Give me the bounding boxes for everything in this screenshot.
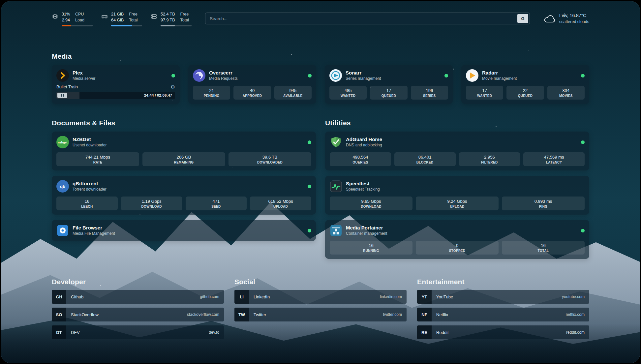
status-online-dot: [581, 229, 585, 232]
bookmark-youtube[interactable]: YT YouTube youtube.com: [417, 290, 589, 304]
bookmark-dev[interactable]: DT DEV dev.to: [52, 325, 224, 339]
bookmark-netflix[interactable]: NF Netflix netflix.com: [417, 308, 589, 321]
stat-box: 2,956 FILTERED: [459, 152, 520, 166]
radarr-card[interactable]: Radarr Movie management 17 WANTED 22 QUE…: [461, 65, 589, 104]
bookmark-url: reddit.com: [566, 330, 585, 335]
bookmark-name: Netflix: [436, 312, 448, 317]
stat-box: 0.993 ms PING: [502, 197, 585, 210]
cpu-icon: [52, 13, 58, 20]
svg-text:qb: qb: [60, 184, 65, 189]
app-subtitle: Series management: [346, 76, 381, 81]
status-online-dot: [308, 140, 311, 144]
status-online-dot: [581, 74, 585, 77]
portainer-card[interactable]: Media Portainer Container management 16 …: [325, 220, 589, 259]
speedtest-card[interactable]: Speedtest Speedtest Tracking 9.65 Gbps D…: [325, 176, 589, 215]
stat-box: 485 WANTED: [329, 86, 367, 100]
top-bar: 31% 2.94 CPU Load: [52, 1, 589, 26]
playback-progress-bar[interactable]: 24:44 / 02:06:47: [56, 92, 175, 99]
stat-box: 40 APPROVED: [233, 86, 271, 100]
qbittorrent-icon: qb: [56, 180, 69, 193]
cpu-progress-fill: [62, 25, 71, 26]
app-subtitle: Usenet downloader: [73, 143, 107, 148]
weather-location: Lviv, 16.87°C: [559, 12, 589, 19]
disk-progress-fill: [161, 25, 175, 26]
bookmark-name: Twitter: [254, 312, 266, 317]
stat-box: 16 RUNNING: [330, 241, 412, 255]
stat-box: 945 AVAILABLE: [274, 86, 312, 100]
weather-widget: Lviv, 16.87°C scattered clouds: [543, 12, 589, 25]
disk-progress-bar: [161, 25, 192, 26]
overseerr-card[interactable]: Overseerr Media Requests 21 PENDING 40 A…: [188, 65, 316, 104]
qbittorrent-card[interactable]: qb qBittorrent Torrent downloader 16 LEE…: [52, 176, 316, 215]
search-provider-button[interactable]: G: [517, 14, 528, 23]
bookmark-name: Reddit: [436, 330, 449, 335]
cpu-labels: CPU Load: [75, 12, 84, 23]
bookmark-abbr: LI: [234, 290, 249, 304]
bookmark-github[interactable]: GH Github github.com: [52, 290, 224, 304]
bookmark-abbr: RE: [417, 325, 432, 339]
stat-box: 22 QUEUED: [506, 86, 544, 100]
stat-box: 9.65 Gbps DOWNLOAD: [330, 197, 412, 210]
disk-icon: [151, 13, 157, 20]
app-subtitle: Torrent downloader: [73, 187, 107, 192]
status-online-dot: [308, 185, 311, 188]
stat-box: 86,401 BLOCKED: [394, 152, 456, 166]
now-playing-title: Bullet Train: [56, 84, 78, 89]
app-subtitle: Speedtest Tracking: [346, 187, 380, 192]
app-subtitle: Media server: [73, 76, 95, 81]
weather-condition: scattered clouds: [559, 19, 589, 25]
cpu-load-value: 2.94: [62, 17, 70, 23]
stat-box: 17 QUEUED: [370, 86, 407, 100]
app-name: AdGuard Home: [346, 136, 382, 143]
stat-box: 21 PENDING: [193, 86, 230, 100]
stat-box: 471 SEED: [186, 197, 247, 210]
search-input[interactable]: [210, 16, 517, 21]
sonarr-card[interactable]: Sonarr Series management 485 WANTED 17 Q…: [325, 65, 453, 104]
bookmark-abbr: TW: [234, 308, 249, 321]
bookmark-name: YouTube: [436, 294, 453, 299]
utilities-section-title: Utilities: [325, 119, 589, 127]
portainer-icon: [330, 224, 342, 237]
stat-box: 9.24 Gbps UPLOAD: [416, 197, 499, 210]
bookmark-name: Github: [71, 294, 83, 299]
bookmark-name: StackOverflow: [71, 312, 99, 317]
disk-values: 52.4 TB 97.9 TB: [161, 12, 175, 23]
memory-monitor: 21 GiB 64 GiB Free Total: [101, 12, 142, 26]
memory-progress-bar: [111, 25, 142, 26]
nzbget-icon: nzbget: [56, 136, 69, 148]
bookmark-abbr: GH: [52, 290, 66, 304]
section-documents: Documents & Files nzbget NZBGet Usenet d…: [52, 119, 316, 259]
disk-total: 97.9 TB: [161, 17, 175, 23]
stat-box: 17 WANTED: [466, 86, 503, 100]
plex-card[interactable]: Plex Media server Bullet Train ⚙ 24:44 /…: [52, 65, 180, 104]
nzbget-card[interactable]: nzbget NZBGet Usenet downloader 744.21 M…: [52, 132, 316, 170]
bookmark-twitter[interactable]: TW Twitter twitter.com: [234, 308, 407, 321]
developer-section-title: Developer: [52, 278, 224, 286]
cpu-progress-bar: [62, 25, 93, 26]
app-name: Overseerr: [209, 70, 238, 76]
stat-box: 618.52 Mbps UPLOAD: [250, 197, 311, 210]
settings-gear-icon[interactable]: ⚙: [171, 84, 175, 89]
memory-icon: [101, 13, 108, 20]
bookmark-abbr: SO: [52, 308, 66, 321]
status-online-dot: [171, 74, 175, 77]
filebrowser-card[interactable]: File Browser Media File Management: [52, 220, 316, 241]
pause-button[interactable]: [57, 93, 67, 98]
playback-time: 24:44 / 02:06:47: [144, 93, 172, 97]
bookmark-name: DEV: [71, 330, 80, 335]
bookmark-name: LinkedIn: [254, 294, 270, 299]
stat-box: 39.6 TB DOWNLOADED: [229, 152, 311, 166]
bookmark-abbr: YT: [417, 290, 432, 304]
app-name: Plex: [73, 70, 95, 76]
entertainment-section-title: Entertainment: [417, 278, 589, 286]
bookmark-reddit[interactable]: RE Reddit reddit.com: [417, 325, 589, 339]
bookmark-url: linkedin.com: [380, 294, 402, 299]
bookmark-linkedin[interactable]: LI LinkedIn linkedin.com: [234, 290, 407, 304]
app-subtitle: Movie management: [482, 76, 517, 81]
bookmark-stackoverflow[interactable]: SO StackOverflow stackoverflow.com: [52, 308, 224, 321]
app-name: Speedtest: [346, 180, 380, 187]
adguard-card[interactable]: AdGuard Home DNS and adblocking 498,564 …: [325, 132, 589, 170]
memory-progress-fill: [111, 25, 132, 26]
bookmark-url: github.com: [200, 294, 219, 299]
section-entertainment: Entertainment YT YouTube youtube.com NF …: [417, 278, 589, 339]
